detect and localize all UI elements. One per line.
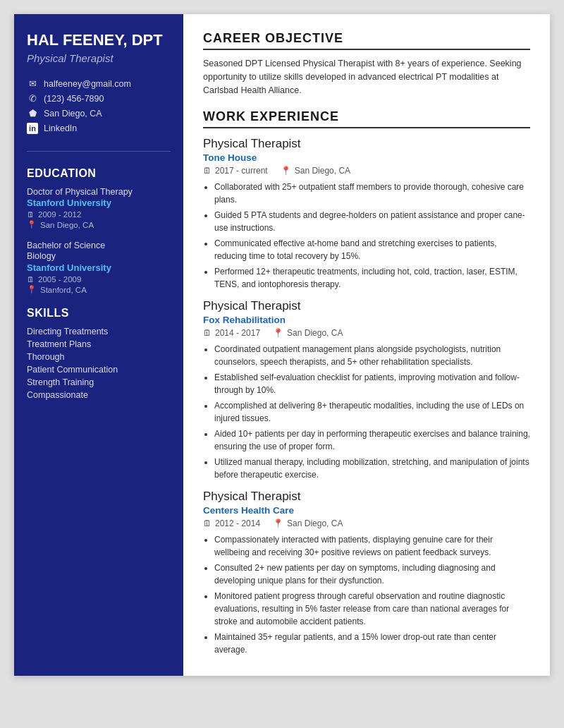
job-block-3: Physical Therapist Centers Health Care 🗓… xyxy=(203,490,530,656)
resume-container: HAL FEENEY, DPT Physical Therapist ✉ hal… xyxy=(14,14,550,676)
bullet-3-4: Maintained 35+ regular patients, and a 1… xyxy=(214,631,530,656)
bullet-2-5: Utilized manual therapy, including mobil… xyxy=(214,456,530,481)
skill-6: Compassionate xyxy=(27,390,171,400)
linkedin-icon: in xyxy=(27,123,38,134)
pin-icon-job-1: 📍 xyxy=(281,166,291,176)
skill-4: Patient Communication xyxy=(27,365,171,375)
bullet-1-2: Guided 5 PTA students and degree-holders… xyxy=(214,209,530,234)
bullet-2-2: Established self-evaluation checklist fo… xyxy=(214,371,530,396)
career-objective-text: Seasoned DPT Licensed Physical Therapist… xyxy=(203,57,530,97)
candidate-name: HAL FEENEY, DPT xyxy=(27,31,171,49)
job-bullets-1: Collaborated with 25+ outpatient staff m… xyxy=(203,181,530,291)
phone-item: ✆ (123) 456-7890 xyxy=(27,93,171,104)
email-item: ✉ halfeeney@gmail.com xyxy=(27,78,171,89)
bullet-3-1: Compassionately interacted with patients… xyxy=(214,533,530,559)
bullet-1-3: Communicated effective at-home band and … xyxy=(214,237,530,262)
linkedin-value: LinkedIn xyxy=(44,123,77,133)
bullet-2-1: Coordinated outpatient management plans … xyxy=(214,343,530,368)
company-name-1: Tone House xyxy=(203,152,530,163)
location-item: ⬟ San Diego, CA xyxy=(27,108,171,119)
job-block-2: Physical Therapist Fox Rehabilitation 🗓 … xyxy=(203,299,530,481)
phone-icon: ✆ xyxy=(27,93,38,104)
location-value: San Diego, CA xyxy=(44,109,102,119)
education-block-2: Bachelor of Science Biology Stanford Uni… xyxy=(27,241,171,294)
email-icon: ✉ xyxy=(27,78,38,89)
job-years-2: 🗓 2014 - 2017 xyxy=(203,328,260,338)
skill-5: Strength Training xyxy=(27,377,171,387)
calendar-icon-2: 🗓 xyxy=(27,275,35,284)
pin-icon-2: 📍 xyxy=(27,285,37,294)
phone-value: (123) 456-7890 xyxy=(44,94,104,104)
job-bullets-3: Compassionately interacted with patients… xyxy=(203,533,530,656)
job-location-3: 📍 San Diego, CA xyxy=(273,518,343,528)
sidebar: HAL FEENEY, DPT Physical Therapist ✉ hal… xyxy=(14,14,183,676)
pin-icon-1: 📍 xyxy=(27,220,37,229)
candidate-title: Physical Therapist xyxy=(27,52,171,64)
education-section-title: EDUCATION xyxy=(27,167,171,180)
pin-icon-job-3: 📍 xyxy=(273,518,283,528)
career-objective-title: CAREER OBJECTIVE xyxy=(203,31,530,50)
skills-list: Directing Treatments Treatment Plans Tho… xyxy=(27,327,171,400)
edu-location-2: 📍 Stanford, CA xyxy=(27,285,171,294)
edu-degree-2: Bachelor of Science xyxy=(27,241,171,250)
work-experience-title: WORK EXPERIENCE xyxy=(203,109,530,128)
edu-degree-1: Doctor of Physical Therapy xyxy=(27,187,171,197)
bullet-1-4: Performed 12+ therapeutic treatments, in… xyxy=(214,265,530,291)
pin-icon-job-2: 📍 xyxy=(273,328,283,338)
bullet-2-4: Aided 10+ patients per day in performing… xyxy=(214,427,530,453)
job-location-1: 📍 San Diego, CA xyxy=(281,166,350,176)
bullet-2-3: Accomplished at delivering 8+ therapeuti… xyxy=(214,399,530,425)
job-meta-1: 🗓 2017 - current 📍 San Diego, CA xyxy=(203,166,530,176)
job-bullets-2: Coordinated outpatient management plans … xyxy=(203,343,530,481)
edu-years-2: 🗓 2005 - 2009 xyxy=(27,275,171,284)
edu-years-1: 🗓 2009 - 2012 xyxy=(27,210,171,219)
calendar-icon-job-2: 🗓 xyxy=(203,328,212,338)
skill-1: Directing Treatments xyxy=(27,327,171,336)
edu-university-1: Stanford University xyxy=(27,198,171,208)
skills-section-title: SKILLS xyxy=(27,307,171,320)
calendar-icon-1: 🗓 xyxy=(27,210,35,219)
location-icon: ⬟ xyxy=(27,108,38,119)
job-meta-3: 🗓 2012 - 2014 📍 San Diego, CA xyxy=(203,518,530,528)
job-years-3: 🗓 2012 - 2014 xyxy=(203,518,260,528)
bullet-3-3: Monitored patient progress through caref… xyxy=(214,590,530,628)
main-content: CAREER OBJECTIVE Seasoned DPT Licensed P… xyxy=(183,14,550,676)
email-value: halfeeney@gmail.com xyxy=(44,79,131,89)
skill-2: Treatment Plans xyxy=(27,339,171,349)
skill-3: Thorough xyxy=(27,352,171,362)
job-title-1: Physical Therapist xyxy=(203,137,530,151)
company-name-2: Fox Rehabilitation xyxy=(203,315,530,325)
job-location-2: 📍 San Diego, CA xyxy=(273,328,343,338)
job-years-1: 🗓 2017 - current xyxy=(203,166,268,176)
education-block-1: Doctor of Physical Therapy Stanford Univ… xyxy=(27,187,171,229)
edu-field-2: Biology xyxy=(27,251,171,261)
job-block-1: Physical Therapist Tone House 🗓 2017 - c… xyxy=(203,137,530,291)
contact-section: ✉ halfeeney@gmail.com ✆ (123) 456-7890 ⬟… xyxy=(27,78,171,152)
edu-location-1: 📍 San Diego, CA xyxy=(27,220,171,229)
calendar-icon-job-1: 🗓 xyxy=(203,166,212,176)
calendar-icon-job-3: 🗓 xyxy=(203,518,212,528)
job-title-3: Physical Therapist xyxy=(203,490,530,504)
bullet-1-1: Collaborated with 25+ outpatient staff m… xyxy=(214,181,530,206)
bullet-3-2: Consulted 2+ new patients per day on sym… xyxy=(214,562,530,587)
linkedin-item[interactable]: in LinkedIn xyxy=(27,123,171,134)
job-title-2: Physical Therapist xyxy=(203,299,530,313)
company-name-3: Centers Health Care xyxy=(203,505,530,516)
edu-university-2: Stanford University xyxy=(27,262,171,273)
job-meta-2: 🗓 2014 - 2017 📍 San Diego, CA xyxy=(203,328,530,338)
